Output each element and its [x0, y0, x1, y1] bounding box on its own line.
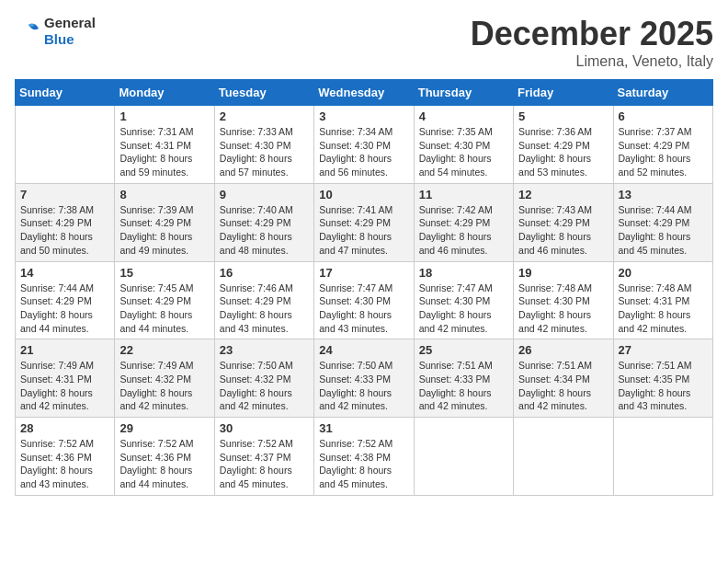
- day-number: 27: [619, 343, 708, 357]
- table-row: 14Sunrise: 7:44 AMSunset: 4:29 PMDayligh…: [16, 261, 713, 339]
- table-cell: 14Sunrise: 7:44 AMSunset: 4:29 PMDayligh…: [16, 261, 115, 339]
- table-cell: 26Sunrise: 7:51 AMSunset: 4:34 PMDayligh…: [514, 339, 613, 418]
- table-cell: 25Sunrise: 7:51 AMSunset: 4:33 PMDayligh…: [414, 339, 513, 418]
- table-cell: 8Sunrise: 7:39 AMSunset: 4:29 PMDaylight…: [115, 183, 214, 261]
- table-cell: 24Sunrise: 7:50 AMSunset: 4:33 PMDayligh…: [314, 339, 414, 418]
- day-info: Sunrise: 7:35 AMSunset: 4:30 PMDaylight:…: [419, 125, 508, 179]
- day-info: Sunrise: 7:52 AMSunset: 4:37 PMDaylight:…: [220, 437, 309, 491]
- table-cell: 10Sunrise: 7:41 AMSunset: 4:29 PMDayligh…: [314, 183, 414, 261]
- table-cell: 17Sunrise: 7:47 AMSunset: 4:30 PMDayligh…: [314, 261, 414, 339]
- header-wednesday: Wednesday: [314, 80, 414, 106]
- day-number: 19: [518, 266, 608, 280]
- table-row: 28Sunrise: 7:52 AMSunset: 4:36 PMDayligh…: [16, 418, 713, 496]
- day-info: Sunrise: 7:33 AMSunset: 4:30 PMDaylight:…: [220, 125, 309, 179]
- calendar-header-row: Sunday Monday Tuesday Wednesday Thursday…: [16, 80, 713, 106]
- table-row: 21Sunrise: 7:49 AMSunset: 4:31 PMDayligh…: [16, 339, 713, 418]
- title-area: December 2025 Limena, Veneto, Italy: [471, 15, 713, 70]
- day-info: Sunrise: 7:34 AMSunset: 4:30 PMDaylight:…: [319, 125, 408, 179]
- day-info: Sunrise: 7:31 AMSunset: 4:31 PMDaylight:…: [119, 125, 209, 179]
- day-info: Sunrise: 7:50 AMSunset: 4:32 PMDaylight:…: [220, 359, 309, 413]
- day-info: Sunrise: 7:48 AMSunset: 4:30 PMDaylight:…: [518, 282, 608, 336]
- logo-bird-icon: [15, 17, 42, 45]
- table-cell: [16, 106, 115, 184]
- header-sunday: Sunday: [16, 80, 115, 106]
- day-number: 30: [220, 421, 309, 435]
- table-cell: 6Sunrise: 7:37 AMSunset: 4:29 PMDaylight…: [613, 106, 712, 184]
- day-info: Sunrise: 7:51 AMSunset: 4:33 PMDaylight:…: [419, 359, 508, 413]
- day-info: Sunrise: 7:52 AMSunset: 4:36 PMDaylight:…: [119, 437, 209, 491]
- logo: General Blue: [15, 15, 96, 47]
- day-number: 25: [419, 343, 508, 357]
- day-number: 29: [119, 421, 209, 435]
- header-monday: Monday: [115, 80, 214, 106]
- day-number: 10: [319, 188, 408, 201]
- day-number: 1: [119, 109, 209, 123]
- table-cell: 22Sunrise: 7:49 AMSunset: 4:32 PMDayligh…: [115, 339, 214, 418]
- day-number: 9: [220, 188, 309, 201]
- table-cell: 20Sunrise: 7:48 AMSunset: 4:31 PMDayligh…: [613, 261, 712, 339]
- table-cell: [414, 418, 513, 496]
- day-number: 7: [20, 188, 109, 201]
- table-cell: 19Sunrise: 7:48 AMSunset: 4:30 PMDayligh…: [514, 261, 613, 339]
- day-info: Sunrise: 7:45 AMSunset: 4:29 PMDaylight:…: [119, 282, 209, 336]
- table-cell: 7Sunrise: 7:38 AMSunset: 4:29 PMDaylight…: [16, 183, 115, 261]
- day-info: Sunrise: 7:50 AMSunset: 4:33 PMDaylight:…: [319, 359, 408, 413]
- table-cell: 3Sunrise: 7:34 AMSunset: 4:30 PMDaylight…: [314, 106, 414, 184]
- day-number: 11: [419, 188, 508, 201]
- day-number: 28: [20, 421, 109, 435]
- day-number: 17: [319, 266, 408, 280]
- header: General Blue December 2025 Limena, Venet…: [15, 15, 713, 70]
- day-info: Sunrise: 7:47 AMSunset: 4:30 PMDaylight:…: [319, 282, 408, 336]
- table-cell: [613, 418, 712, 496]
- day-info: Sunrise: 7:39 AMSunset: 4:29 PMDaylight:…: [119, 203, 209, 258]
- table-cell: 23Sunrise: 7:50 AMSunset: 4:32 PMDayligh…: [214, 339, 313, 418]
- table-cell: 4Sunrise: 7:35 AMSunset: 4:30 PMDaylight…: [414, 106, 513, 184]
- day-number: 13: [619, 188, 708, 201]
- table-cell: 1Sunrise: 7:31 AMSunset: 4:31 PMDaylight…: [115, 106, 214, 184]
- header-tuesday: Tuesday: [214, 80, 313, 106]
- location-title: Limena, Veneto, Italy: [471, 53, 713, 70]
- day-info: Sunrise: 7:46 AMSunset: 4:29 PMDaylight:…: [220, 282, 309, 336]
- table-cell: 11Sunrise: 7:42 AMSunset: 4:29 PMDayligh…: [414, 183, 513, 261]
- table-cell: 9Sunrise: 7:40 AMSunset: 4:29 PMDaylight…: [214, 183, 313, 261]
- day-info: Sunrise: 7:52 AMSunset: 4:36 PMDaylight:…: [20, 437, 109, 491]
- day-info: Sunrise: 7:47 AMSunset: 4:30 PMDaylight:…: [419, 282, 508, 336]
- day-number: 24: [319, 343, 408, 357]
- table-cell: 16Sunrise: 7:46 AMSunset: 4:29 PMDayligh…: [214, 261, 313, 339]
- day-number: 20: [619, 266, 708, 280]
- day-number: 4: [419, 109, 508, 123]
- day-number: 18: [419, 266, 508, 280]
- day-number: 22: [119, 343, 209, 357]
- day-number: 21: [20, 343, 109, 357]
- table-cell: [514, 418, 613, 496]
- day-info: Sunrise: 7:38 AMSunset: 4:29 PMDaylight:…: [20, 203, 109, 258]
- table-cell: 18Sunrise: 7:47 AMSunset: 4:30 PMDayligh…: [414, 261, 513, 339]
- day-number: 8: [119, 188, 209, 201]
- table-cell: 2Sunrise: 7:33 AMSunset: 4:30 PMDaylight…: [214, 106, 313, 184]
- day-info: Sunrise: 7:42 AMSunset: 4:29 PMDaylight:…: [419, 203, 508, 258]
- day-info: Sunrise: 7:41 AMSunset: 4:29 PMDaylight:…: [319, 203, 408, 258]
- day-info: Sunrise: 7:52 AMSunset: 4:38 PMDaylight:…: [319, 437, 408, 491]
- table-cell: 27Sunrise: 7:51 AMSunset: 4:35 PMDayligh…: [613, 339, 712, 418]
- table-cell: 28Sunrise: 7:52 AMSunset: 4:36 PMDayligh…: [16, 418, 115, 496]
- day-number: 15: [119, 266, 209, 280]
- day-number: 3: [319, 109, 408, 123]
- table-cell: 15Sunrise: 7:45 AMSunset: 4:29 PMDayligh…: [115, 261, 214, 339]
- logo-general: General: [44, 15, 96, 30]
- day-number: 16: [220, 266, 309, 280]
- day-info: Sunrise: 7:48 AMSunset: 4:31 PMDaylight:…: [619, 282, 708, 336]
- day-info: Sunrise: 7:49 AMSunset: 4:32 PMDaylight:…: [119, 359, 209, 413]
- day-info: Sunrise: 7:36 AMSunset: 4:29 PMDaylight:…: [518, 125, 608, 179]
- table-cell: 31Sunrise: 7:52 AMSunset: 4:38 PMDayligh…: [314, 418, 414, 496]
- day-info: Sunrise: 7:43 AMSunset: 4:29 PMDaylight:…: [518, 203, 608, 258]
- calendar: Sunday Monday Tuesday Wednesday Thursday…: [15, 79, 713, 496]
- table-cell: 13Sunrise: 7:44 AMSunset: 4:29 PMDayligh…: [613, 183, 712, 261]
- day-info: Sunrise: 7:44 AMSunset: 4:29 PMDaylight:…: [20, 282, 109, 336]
- day-number: 14: [20, 266, 109, 280]
- day-info: Sunrise: 7:40 AMSunset: 4:29 PMDaylight:…: [220, 203, 309, 258]
- day-number: 5: [518, 109, 608, 123]
- table-cell: 21Sunrise: 7:49 AMSunset: 4:31 PMDayligh…: [16, 339, 115, 418]
- table-cell: 29Sunrise: 7:52 AMSunset: 4:36 PMDayligh…: [115, 418, 214, 496]
- table-row: 1Sunrise: 7:31 AMSunset: 4:31 PMDaylight…: [16, 106, 713, 184]
- day-number: 31: [319, 421, 408, 435]
